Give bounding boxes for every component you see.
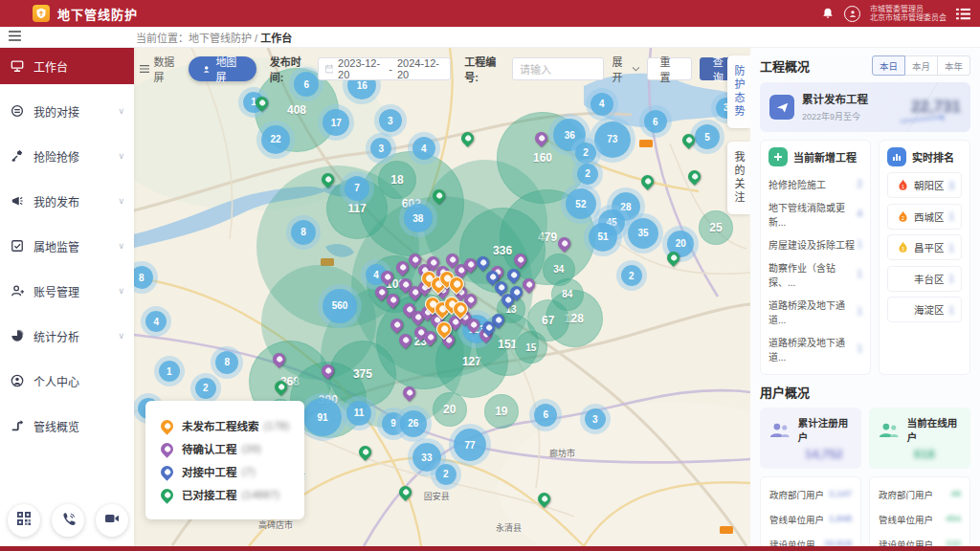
map-pin-green[interactable] (356, 443, 373, 460)
map-cluster-blue[interactable]: 91 (303, 398, 342, 436)
map-cluster-blue[interactable]: 38 (404, 204, 433, 232)
notification-bell-icon[interactable] (821, 7, 835, 20)
user-info[interactable]: 市城管委管理员 北京市城市管理委员会 (870, 5, 947, 22)
map-pin-green[interactable] (458, 129, 476, 146)
ranking-count: 3 (948, 180, 954, 191)
period-tab-2[interactable]: 本年 (938, 55, 970, 76)
map-canvas[interactable]: 4086021604791171082301271513363683903751… (134, 48, 750, 546)
map-vtab-0[interactable]: 防护态势 (727, 55, 750, 128)
sidebar-item-7[interactable]: 个人中心 (0, 363, 134, 399)
map-cluster-blue[interactable]: 73 (594, 121, 631, 158)
sidebar-item-6[interactable]: 统计分析∨ (0, 318, 134, 354)
ranking-card: 实时排名 1朝阳区32西城区13昌平区1丰台区1海淀区1 (879, 140, 970, 375)
sidebar-item-2[interactable]: 抢险抢修∨ (0, 138, 134, 174)
map-cluster-blue[interactable]: 7 (345, 176, 369, 201)
new-project-row[interactable]: 道路桥梁及地下通道...1 (768, 293, 862, 330)
map-cluster-blue[interactable]: 6 (534, 404, 557, 427)
map-cluster-blue[interactable]: 560 (323, 289, 357, 323)
ranking-row[interactable]: 海淀区1 (887, 297, 962, 322)
breadcrumb-parent[interactable]: 地下管线防护 (189, 33, 252, 44)
map-cluster-blue[interactable]: 3 (585, 408, 606, 430)
total-projects-card[interactable]: 累计发布工程 2022年9月至今 22,731 (760, 82, 970, 132)
new-project-row[interactable]: 道路桥梁及地下通道...1 (768, 330, 862, 367)
map-cluster-blue[interactable]: 8 (215, 351, 238, 374)
map-cluster-blue[interactable]: 52 (566, 188, 596, 219)
phone-button[interactable] (52, 504, 84, 537)
sidebar-item-3[interactable]: 我的发布∨ (0, 183, 134, 219)
map-cluster-blue[interactable]: 2 (577, 164, 598, 185)
map-cluster-blue[interactable]: 26 (400, 410, 427, 437)
map-cluster-green[interactable]: 18 (378, 161, 416, 199)
map-cluster-green[interactable]: 15 (515, 331, 547, 364)
map-cluster-green[interactable]: 375 (329, 341, 396, 408)
map-cluster-blue[interactable]: 5 (695, 124, 720, 149)
float-buttons (8, 504, 128, 537)
legend-count: (14887) (242, 489, 280, 500)
map-cluster-blue[interactable]: 3 (379, 109, 402, 132)
period-tab-1[interactable]: 本月 (905, 55, 938, 76)
map-cluster-blue[interactable]: 35 (628, 218, 658, 249)
date-range-input[interactable]: 2023-12-20 - 2024-12-20 (318, 57, 452, 80)
project-no-input[interactable]: 请输入 (512, 57, 605, 80)
map-pin-green[interactable] (638, 172, 656, 189)
sidebar-item-label: 个人中心 (33, 373, 79, 389)
map-pin-green[interactable] (536, 491, 553, 508)
expand-filters-link[interactable]: 展开 (612, 54, 638, 84)
video-camera-button[interactable] (96, 504, 128, 537)
map-cluster-blue[interactable]: 17 (323, 109, 349, 136)
new-project-label: 道路桥梁及地下通道... (768, 298, 857, 326)
stats-icon (10, 328, 25, 343)
map-cluster-blue[interactable]: 51 (589, 223, 617, 252)
new-projects-title: 当前新增工程 (793, 149, 857, 165)
data-screen-toggle[interactable]: 数据屏 (140, 54, 181, 84)
sidebar-item-0[interactable]: 工作台 (0, 48, 134, 84)
qr-code-button[interactable] (8, 504, 40, 537)
map-cluster-blue[interactable]: 2 (435, 464, 457, 485)
map-cluster-blue[interactable]: 2 (575, 143, 596, 164)
ranking-row[interactable]: 1朝阳区3 (887, 172, 962, 198)
sidebar-item-8[interactable]: 管线概览 (0, 408, 134, 444)
map-cluster-blue[interactable]: 2 (621, 265, 642, 286)
map-cluster-blue[interactable]: 77 (454, 429, 486, 461)
map-cluster-blue[interactable]: 8 (134, 266, 153, 289)
map-pin-green[interactable] (397, 483, 414, 500)
sidebar-item-1[interactable]: 我的对接∨ (0, 93, 134, 129)
new-project-row[interactable]: 房屋建设及拆除工程1 (768, 232, 862, 255)
ranking-row[interactable]: 丰台区1 (887, 266, 962, 292)
sidebar-item-4[interactable]: 属地监管∨ (0, 228, 134, 264)
user-breakdown-row: 建设单位用户10,918 (769, 532, 852, 546)
map-cluster-blue[interactable]: 6 (644, 110, 667, 133)
map-cluster-blue[interactable]: 4 (412, 137, 435, 160)
legend-pin-icon (158, 463, 175, 480)
map-pin-green[interactable] (685, 168, 702, 186)
map-cluster-blue[interactable]: 2 (195, 378, 216, 399)
menu-list-icon[interactable] (956, 8, 970, 20)
map-vtab-1[interactable]: 我的关注 (727, 142, 750, 214)
registered-users-card[interactable]: 累计注册用户 14,752 (760, 408, 861, 469)
map-cluster-green[interactable]: 19 (484, 394, 519, 429)
map-cluster-green[interactable]: 84 (551, 278, 584, 311)
new-project-row[interactable]: 抢修抢险施工2 (768, 172, 862, 195)
new-project-row[interactable]: 地下管线消隐或更新...4 (768, 195, 862, 232)
map-cluster-blue[interactable]: 1 (159, 361, 180, 382)
map-cluster-blue[interactable]: 8 (291, 220, 316, 245)
ranking-row[interactable]: 2西城区1 (887, 204, 962, 230)
map-cluster-green[interactable]: 20 (433, 392, 467, 427)
map-cluster-blue[interactable]: 4 (145, 311, 167, 332)
user-avatar[interactable] (844, 6, 860, 22)
ranking-row[interactable]: 3昌平区1 (887, 234, 962, 260)
user-breakdown-value: 48 (950, 488, 961, 501)
map-cluster-blue[interactable]: 22 (261, 125, 290, 154)
user-breakdown-row: 政府部门用户48 (879, 482, 961, 507)
map-cluster-blue[interactable]: 11 (346, 401, 371, 426)
date-end-value: 2024-12-20 (397, 57, 443, 80)
map-screen-toggle[interactable]: 地图屏 (189, 56, 256, 81)
new-project-row[interactable]: 勘察作业（含钻探、...1 (768, 255, 862, 293)
period-tab-0[interactable]: 本日 (872, 55, 905, 76)
online-users-card[interactable]: 当前在线用户 618 (869, 408, 970, 469)
sidebar-collapse-icon[interactable] (0, 31, 29, 43)
map-cluster-blue[interactable]: 4 (590, 93, 613, 116)
sidebar-item-5[interactable]: 账号管理∨ (0, 273, 134, 309)
reset-button[interactable]: 重置 (647, 57, 692, 80)
map-cluster-green[interactable]: 25 (699, 210, 733, 245)
